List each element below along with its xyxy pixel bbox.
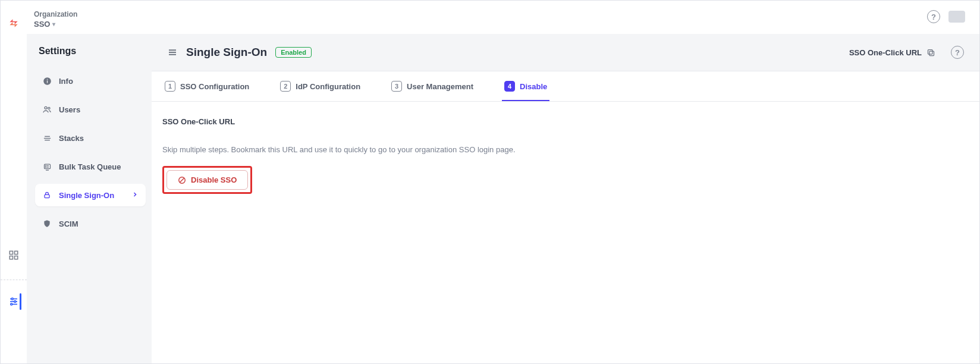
tab-disable[interactable]: 4 Disable [502,71,549,101]
tab-user-management[interactable]: 3 User Management [389,71,476,101]
sidebar-item-label: Users [59,105,80,114]
svg-point-20 [45,167,46,167]
svg-rect-12 [46,79,47,79]
settings-sliders-icon[interactable] [7,294,21,309]
help-icon[interactable]: ? [951,46,964,59]
tab-idp-configuration[interactable]: 2 IdP Configuration [278,71,363,101]
svg-point-13 [45,106,47,109]
stacks-icon [42,133,52,143]
sidebar-item-scim[interactable]: SCIM [35,212,146,235]
main-pane: Single Sign-On Enabled SSO One-Click URL… [152,34,979,363]
ban-icon [178,176,186,184]
copy-icon [926,48,935,57]
section-title: SSO One-Click URL [162,117,969,126]
sidebar-item-info[interactable]: Info [35,70,146,92]
app-rail [1,1,27,363]
breadcrumb-current-label: SSO [34,20,50,29]
shield-icon [42,219,52,228]
info-icon [42,76,52,86]
chevron-right-icon [131,191,139,200]
disable-button-highlight: Disable SSO [162,166,252,194]
status-badge: Enabled [275,47,312,58]
breadcrumb-current: SSO ▾ [34,20,77,29]
one-click-url-link[interactable]: SSO One-Click URL [849,48,935,57]
svg-rect-0 [10,251,12,254]
users-icon [42,105,52,114]
tab-label: SSO Configuration [180,82,249,91]
tab-label: User Management [407,82,473,91]
tab-label: Disable [520,82,547,91]
top-bar: Organization SSO ▾ ? [27,1,979,34]
svg-point-7 [14,301,16,303]
sidebar-item-label: SCIM [59,219,78,228]
svg-line-28 [180,178,184,182]
tab-number: 1 [165,81,175,92]
svg-point-9 [11,303,12,305]
svg-rect-25 [929,51,934,56]
settings-sidebar: Settings Info Users [27,34,152,363]
breadcrumb[interactable]: Organization SSO ▾ [34,10,77,29]
svg-point-14 [48,107,50,109]
tab-number: 4 [504,81,515,92]
hamburger-icon[interactable] [167,47,178,58]
sidebar-item-label: Bulk Task Queue [59,162,121,171]
sidebar-item-label: Info [59,77,73,86]
svg-rect-18 [44,164,50,169]
sidebar-item-bulk-task-queue[interactable]: Bulk Task Queue [35,155,146,178]
user-avatar[interactable] [948,11,965,23]
tab-sso-configuration[interactable]: 1 SSO Configuration [162,71,252,101]
page-title: Single Sign-On [186,46,267,59]
queue-icon [42,162,52,171]
breadcrumb-parent: Organization [34,10,77,18]
sidebar-item-label: Single Sign-On [59,191,114,200]
chevron-down-icon: ▾ [52,21,55,27]
help-icon[interactable]: ? [927,10,940,23]
sidebar-item-stacks[interactable]: Stacks [35,127,146,149]
content-body: SSO One-Click URL Skip multiple steps. B… [152,102,979,209]
tab-number: 2 [280,81,291,92]
svg-rect-3 [15,256,18,259]
tabs: 1 SSO Configuration 2 IdP Configuration … [152,71,979,102]
svg-point-5 [11,298,13,300]
helper-text: Skip multiple steps. Bookmark this URL a… [162,145,969,154]
svg-rect-1 [15,251,18,254]
sidebar-title: Settings [35,46,146,57]
one-click-url-label: SSO One-Click URL [849,48,922,57]
sidebar-item-single-sign-on[interactable]: Single Sign-On [35,184,146,206]
tab-number: 3 [391,81,402,92]
svg-rect-11 [46,80,47,83]
page-header: Single Sign-On Enabled SSO One-Click URL… [152,34,979,71]
svg-rect-2 [10,256,12,259]
sidebar-item-label: Stacks [59,134,84,143]
disable-sso-button-label: Disable SSO [191,175,237,184]
app-logo-icon[interactable] [8,17,20,29]
lock-icon [42,190,52,200]
svg-point-19 [45,165,46,166]
sidebar-item-users[interactable]: Users [35,98,146,121]
svg-rect-21 [45,194,49,197]
svg-rect-26 [928,49,933,54]
tab-label: IdP Configuration [296,82,360,91]
dashboard-icon[interactable] [7,248,21,262]
disable-sso-button[interactable]: Disable SSO [167,170,248,190]
